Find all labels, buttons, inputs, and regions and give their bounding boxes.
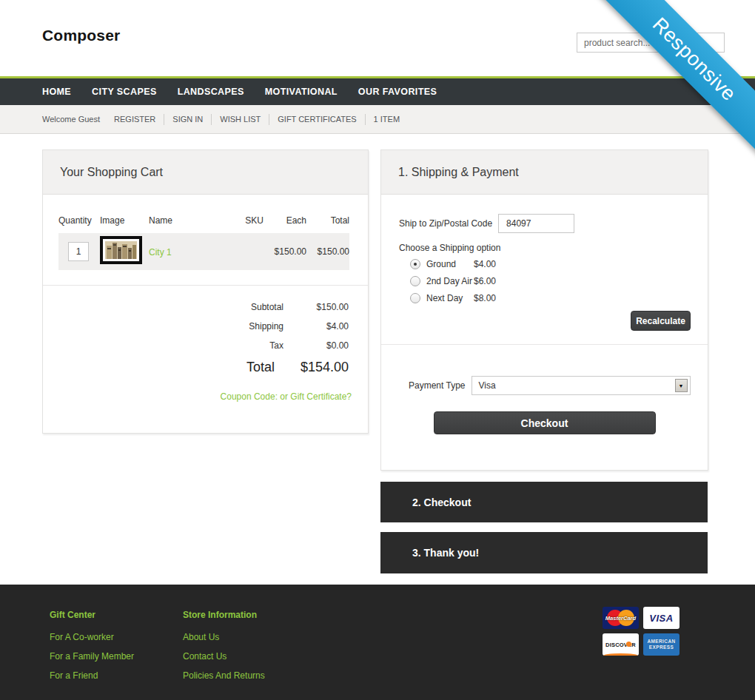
tax-value: $0.00 [283, 340, 349, 351]
subtotal-label: Subtotal [195, 302, 283, 312]
divider [211, 114, 212, 125]
col-total: Total [306, 215, 349, 226]
zip-label: Ship to Zip/Postal Code [399, 218, 492, 229]
shipping-payment-panel: 1. Shipping & Payment Ship to Zip/Postal… [380, 149, 708, 471]
mastercard-icon: MasterCard [603, 607, 639, 629]
2nd-day-air-label: 2nd Day Air [426, 276, 474, 286]
cart-panel-header: Your Shopping Cart [43, 150, 368, 195]
checkout-button[interactable]: Checkout [434, 411, 656, 434]
shipping-option-next-day: Next Day $8.00 [410, 293, 708, 303]
col-sku: SKU [219, 215, 264, 226]
shipping-options-label: Choose a Shipping option [399, 243, 708, 253]
visa-icon: VISA [643, 607, 680, 629]
shipping-option-2nd-day-air: 2nd Day Air $6.00 [410, 276, 708, 286]
content: Your Shopping Cart Quantity Image Name S… [0, 149, 755, 573]
nav-item-home[interactable]: HOME [42, 87, 71, 97]
nav-item-city-scapes[interactable]: CITY SCAPES [92, 87, 157, 97]
shipping-label: Shipping [195, 321, 283, 332]
divider [164, 114, 164, 125]
checkout-column: 1. Shipping & Payment Ship to Zip/Postal… [380, 149, 708, 573]
ground-label: Ground [426, 259, 474, 269]
tax-label: Tax [195, 340, 283, 351]
gift-center-title: Gift Center [50, 610, 183, 620]
wish-list-link[interactable]: WISH LIST [220, 115, 261, 124]
dropdown-arrow-icon[interactable]: ▼ [675, 379, 688, 392]
city-artwork [105, 241, 137, 259]
payment-row: Payment Type Visa ▼ [409, 376, 708, 395]
cart-table: Quantity Image Name SKU Each Total [43, 195, 368, 286]
next-day-price: $8.00 [474, 293, 496, 303]
col-name: Name [149, 215, 219, 226]
coupon-gift-certificate-link[interactable]: Coupon Code: or Gift Certificate? [43, 391, 368, 433]
shipping-panel-body: Ship to Zip/Postal Code Choose a Shippin… [381, 214, 708, 470]
radio-next-day[interactable] [410, 293, 420, 303]
sign-in-link[interactable]: SIGN IN [172, 115, 203, 124]
radio-ground[interactable] [410, 259, 420, 269]
shipping-title: 1. Shipping & Payment [398, 166, 519, 179]
store-information-title: Store Information [183, 610, 316, 620]
step-checkout-bar: 2. Checkout [380, 482, 708, 522]
main-nav: HOME CITY SCAPES LANDSCAPES MOTIVATIONAL… [0, 78, 755, 105]
nav-item-motivational[interactable]: MOTIVATIONAL [265, 87, 338, 97]
account-bar: Welcome Guest REGISTER SIGN IN WISH LIST… [0, 105, 755, 134]
link-policies-and-returns[interactable]: Policies And Returns [183, 670, 316, 681]
shopping-cart-panel: Your Shopping Cart Quantity Image Name S… [42, 149, 369, 434]
shipping-option-ground: Ground $4.00 [410, 259, 708, 269]
payment-type-value: Visa [479, 380, 496, 391]
link-contact-us[interactable]: Contact Us [183, 651, 316, 662]
link-for-a-friend[interactable]: For a Friend [50, 670, 183, 681]
next-day-label: Next Day [426, 293, 474, 303]
shipping-value: $4.00 [283, 321, 349, 332]
radio-2nd-day-air[interactable] [410, 276, 420, 286]
register-link[interactable]: REGISTER [114, 115, 155, 124]
nav-item-landscapes[interactable]: LANDSCAPES [178, 87, 244, 97]
payment-type-select[interactable]: Visa ▼ [472, 376, 691, 395]
zip-row: Ship to Zip/Postal Code [399, 214, 708, 233]
cart-panel-body: Quantity Image Name SKU Each Total [43, 195, 368, 433]
nav-item-our-favorites[interactable]: OUR FAVORITES [358, 87, 437, 97]
american-express-icon: AMERICAN EXPRESS [643, 633, 680, 656]
cart-totals: Subtotal $150.00 Shipping $4.00 Tax $0.0… [43, 286, 368, 375]
subtotal-row: Subtotal $150.00 [43, 302, 349, 312]
zip-input[interactable] [498, 214, 574, 233]
gift-certificates-link[interactable]: GIFT CERTIFICATES [278, 115, 356, 124]
footer: Gift Center For A Co-worker For a Family… [0, 585, 755, 700]
col-quantity: Quantity [58, 215, 100, 226]
2nd-day-air-price: $6.00 [474, 276, 496, 286]
divider [269, 114, 269, 125]
payment-cards: MasterCard VISA DISCOVER AMERICAN EXPRES… [603, 607, 680, 656]
tax-row: Tax $0.00 [43, 340, 349, 351]
product-name-link[interactable]: City 1 [149, 247, 172, 258]
cell-total: $150.00 [306, 246, 349, 257]
payment-type-label: Payment Type [409, 380, 466, 391]
recalculate-button[interactable]: Recalculate [631, 311, 691, 331]
step-thank-you-bar: 3. Thank you! [380, 532, 708, 573]
site-logo[interactable]: Composer [42, 27, 120, 44]
page: Composer HOME CITY SCAPES LANDSCAPES MOT… [0, 0, 755, 700]
divider [365, 114, 366, 125]
step-checkout-label: 2. Checkout [412, 497, 471, 508]
link-about-us[interactable]: About Us [183, 632, 316, 642]
total-row: Total $154.00 [43, 360, 349, 375]
search-input[interactable] [577, 33, 725, 53]
total-label: Total [186, 360, 275, 375]
col-image: Image [100, 215, 149, 226]
link-for-a-family-member[interactable]: For a Family Member [50, 651, 183, 662]
ground-price: $4.00 [474, 259, 496, 269]
footer-store-information: Store Information About Us Contact Us Po… [183, 610, 316, 690]
subtotal-value: $150.00 [283, 302, 349, 312]
cell-each: $150.00 [264, 246, 306, 257]
cart-items-link[interactable]: 1 ITEM [374, 115, 400, 124]
panel-divider [381, 344, 708, 345]
total-value: $154.00 [275, 360, 349, 375]
step-thank-you-label: 3. Thank you! [412, 547, 479, 559]
link-for-a-coworker[interactable]: For A Co-worker [50, 632, 183, 642]
quantity-input[interactable] [68, 242, 89, 261]
cart-table-header: Quantity Image Name SKU Each Total [58, 215, 349, 226]
col-each: Each [264, 215, 306, 226]
cart-row: City 1 $150.00 $150.00 [58, 233, 349, 270]
cart-title: Your Shopping Cart [60, 166, 163, 179]
header: Composer [0, 0, 755, 76]
welcome-text: Welcome Guest [42, 115, 100, 124]
product-image[interactable] [100, 236, 142, 264]
